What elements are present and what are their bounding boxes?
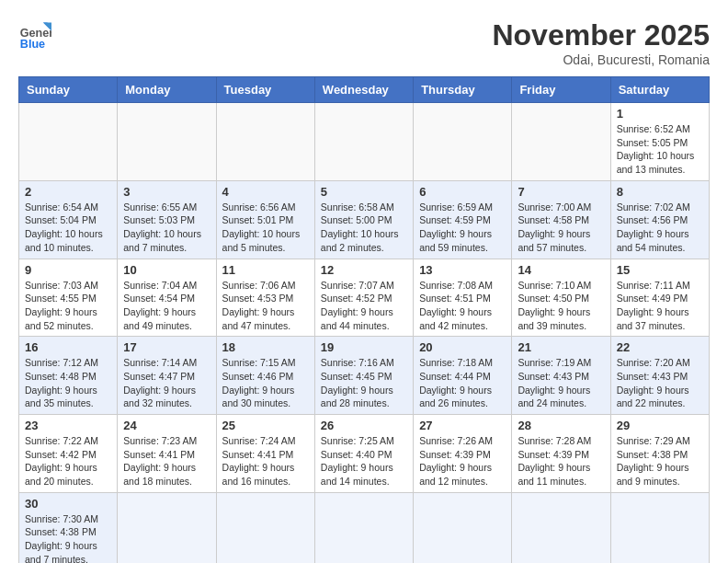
- title-block: November 2025 Odai, Bucuresti, Romania: [492, 18, 710, 67]
- day-number: 7: [518, 185, 604, 199]
- calendar-cell: 24Sunrise: 7:23 AM Sunset: 4:41 PM Dayli…: [118, 415, 216, 493]
- weekday-header-sunday: Sunday: [19, 77, 118, 103]
- day-number: 25: [222, 419, 309, 432]
- day-info: Sunrise: 7:30 AM Sunset: 4:38 PM Dayligh…: [25, 512, 111, 563]
- week-row-6: 30Sunrise: 7:30 AM Sunset: 4:38 PM Dayli…: [19, 492, 710, 563]
- calendar-cell: 7Sunrise: 7:00 AM Sunset: 4:58 PM Daylig…: [512, 180, 610, 259]
- day-number: 30: [25, 497, 111, 511]
- calendar-cell: [314, 492, 413, 563]
- day-info: Sunrise: 7:28 AM Sunset: 4:39 PM Dayligh…: [518, 434, 604, 488]
- day-info: Sunrise: 6:52 AM Sunset: 5:05 PM Dayligh…: [617, 122, 703, 177]
- calendar-cell: 8Sunrise: 7:02 AM Sunset: 4:56 PM Daylig…: [610, 180, 709, 259]
- day-number: 20: [419, 340, 506, 354]
- day-number: 9: [25, 263, 111, 277]
- day-info: Sunrise: 7:12 AM Sunset: 4:48 PM Dayligh…: [25, 356, 111, 410]
- week-row-4: 16Sunrise: 7:12 AM Sunset: 4:48 PM Dayli…: [19, 337, 710, 415]
- day-number: 29: [617, 419, 703, 432]
- day-number: 5: [321, 185, 407, 199]
- day-number: 19: [321, 340, 407, 354]
- calendar-cell: 13Sunrise: 7:08 AM Sunset: 4:51 PM Dayli…: [414, 259, 512, 337]
- location-subtitle: Odai, Bucuresti, Romania: [492, 52, 710, 67]
- day-info: Sunrise: 7:00 AM Sunset: 4:58 PM Dayligh…: [518, 201, 604, 255]
- day-number: 6: [419, 185, 506, 199]
- calendar-cell: 2Sunrise: 6:54 AM Sunset: 5:04 PM Daylig…: [19, 180, 118, 259]
- week-row-3: 9Sunrise: 7:03 AM Sunset: 4:55 PM Daylig…: [19, 259, 710, 337]
- day-number: 22: [617, 340, 703, 354]
- day-info: Sunrise: 7:02 AM Sunset: 4:56 PM Dayligh…: [617, 201, 703, 255]
- logo-icon: General Blue: [18, 18, 51, 52]
- day-info: Sunrise: 7:03 AM Sunset: 4:55 PM Dayligh…: [25, 279, 111, 333]
- logo: General Blue: [18, 18, 51, 52]
- day-info: Sunrise: 7:14 AM Sunset: 4:47 PM Dayligh…: [123, 356, 210, 410]
- day-info: Sunrise: 6:54 AM Sunset: 5:04 PM Dayligh…: [25, 201, 111, 255]
- calendar-cell: [314, 103, 413, 181]
- day-number: 27: [419, 419, 506, 432]
- calendar-cell: 1Sunrise: 6:52 AM Sunset: 5:05 PM Daylig…: [610, 103, 709, 181]
- day-info: Sunrise: 6:59 AM Sunset: 4:59 PM Dayligh…: [419, 201, 506, 255]
- week-row-1: 1Sunrise: 6:52 AM Sunset: 5:05 PM Daylig…: [19, 103, 710, 181]
- day-info: Sunrise: 7:20 AM Sunset: 4:43 PM Dayligh…: [617, 356, 703, 410]
- calendar-cell: 19Sunrise: 7:16 AM Sunset: 4:45 PM Dayli…: [314, 337, 413, 415]
- day-info: Sunrise: 7:15 AM Sunset: 4:46 PM Dayligh…: [222, 356, 309, 410]
- calendar-cell: 29Sunrise: 7:29 AM Sunset: 4:38 PM Dayli…: [610, 415, 709, 493]
- day-number: 18: [222, 340, 309, 354]
- calendar-cell: 11Sunrise: 7:06 AM Sunset: 4:53 PM Dayli…: [216, 259, 314, 337]
- day-number: 1: [617, 107, 703, 121]
- calendar-cell: 17Sunrise: 7:14 AM Sunset: 4:47 PM Dayli…: [118, 337, 216, 415]
- day-number: 12: [321, 263, 407, 277]
- day-number: 10: [123, 263, 210, 277]
- day-info: Sunrise: 6:58 AM Sunset: 5:00 PM Dayligh…: [321, 201, 407, 255]
- calendar-cell: 12Sunrise: 7:07 AM Sunset: 4:52 PM Dayli…: [314, 259, 413, 337]
- day-info: Sunrise: 7:26 AM Sunset: 4:39 PM Dayligh…: [419, 434, 506, 488]
- weekday-header-row: SundayMondayTuesdayWednesdayThursdayFrid…: [19, 77, 710, 103]
- day-info: Sunrise: 7:06 AM Sunset: 4:53 PM Dayligh…: [222, 279, 309, 333]
- calendar-cell: [512, 492, 610, 563]
- day-number: 2: [25, 185, 111, 199]
- day-number: 17: [123, 340, 210, 354]
- day-info: Sunrise: 7:24 AM Sunset: 4:41 PM Dayligh…: [222, 434, 309, 488]
- day-info: Sunrise: 7:29 AM Sunset: 4:38 PM Dayligh…: [617, 434, 703, 488]
- calendar-cell: 23Sunrise: 7:22 AM Sunset: 4:42 PM Dayli…: [19, 415, 118, 493]
- weekday-header-friday: Friday: [512, 77, 610, 103]
- day-number: 11: [222, 263, 309, 277]
- day-number: 14: [518, 263, 604, 277]
- day-number: 8: [617, 185, 703, 199]
- calendar-cell: 25Sunrise: 7:24 AM Sunset: 4:41 PM Dayli…: [216, 415, 314, 493]
- calendar-cell: 21Sunrise: 7:19 AM Sunset: 4:43 PM Dayli…: [512, 337, 610, 415]
- calendar-cell: 28Sunrise: 7:28 AM Sunset: 4:39 PM Dayli…: [512, 415, 610, 493]
- day-info: Sunrise: 7:16 AM Sunset: 4:45 PM Dayligh…: [321, 356, 407, 410]
- calendar-cell: 22Sunrise: 7:20 AM Sunset: 4:43 PM Dayli…: [610, 337, 709, 415]
- day-info: Sunrise: 7:08 AM Sunset: 4:51 PM Dayligh…: [419, 279, 506, 333]
- svg-text:Blue: Blue: [20, 38, 45, 51]
- day-number: 21: [518, 340, 604, 354]
- calendar-cell: 20Sunrise: 7:18 AM Sunset: 4:44 PM Dayli…: [414, 337, 512, 415]
- weekday-header-monday: Monday: [118, 77, 216, 103]
- day-info: Sunrise: 7:04 AM Sunset: 4:54 PM Dayligh…: [123, 279, 210, 333]
- calendar-cell: [216, 492, 314, 563]
- calendar-cell: 3Sunrise: 6:55 AM Sunset: 5:03 PM Daylig…: [118, 180, 216, 259]
- calendar-cell: [610, 492, 709, 563]
- day-number: 3: [123, 185, 210, 199]
- calendar-cell: [216, 103, 314, 181]
- day-number: 24: [123, 419, 210, 432]
- calendar-cell: 9Sunrise: 7:03 AM Sunset: 4:55 PM Daylig…: [19, 259, 118, 337]
- day-info: Sunrise: 6:55 AM Sunset: 5:03 PM Dayligh…: [123, 201, 210, 255]
- day-info: Sunrise: 6:56 AM Sunset: 5:01 PM Dayligh…: [222, 201, 309, 255]
- weekday-header-thursday: Thursday: [414, 77, 512, 103]
- calendar-cell: 15Sunrise: 7:11 AM Sunset: 4:49 PM Dayli…: [610, 259, 709, 337]
- weekday-header-tuesday: Tuesday: [216, 77, 314, 103]
- day-number: 15: [617, 263, 703, 277]
- day-info: Sunrise: 7:10 AM Sunset: 4:50 PM Dayligh…: [518, 279, 604, 333]
- calendar-cell: [414, 492, 512, 563]
- calendar-cell: 4Sunrise: 6:56 AM Sunset: 5:01 PM Daylig…: [216, 180, 314, 259]
- calendar-cell: [118, 103, 216, 181]
- day-info: Sunrise: 7:19 AM Sunset: 4:43 PM Dayligh…: [518, 356, 604, 410]
- week-row-2: 2Sunrise: 6:54 AM Sunset: 5:04 PM Daylig…: [19, 180, 710, 259]
- month-year-title: November 2025: [492, 18, 710, 52]
- week-row-5: 23Sunrise: 7:22 AM Sunset: 4:42 PM Dayli…: [19, 415, 710, 493]
- day-info: Sunrise: 7:22 AM Sunset: 4:42 PM Dayligh…: [25, 434, 111, 488]
- calendar-cell: 16Sunrise: 7:12 AM Sunset: 4:48 PM Dayli…: [19, 337, 118, 415]
- day-number: 28: [518, 419, 604, 432]
- day-info: Sunrise: 7:18 AM Sunset: 4:44 PM Dayligh…: [419, 356, 506, 410]
- day-number: 26: [321, 419, 407, 432]
